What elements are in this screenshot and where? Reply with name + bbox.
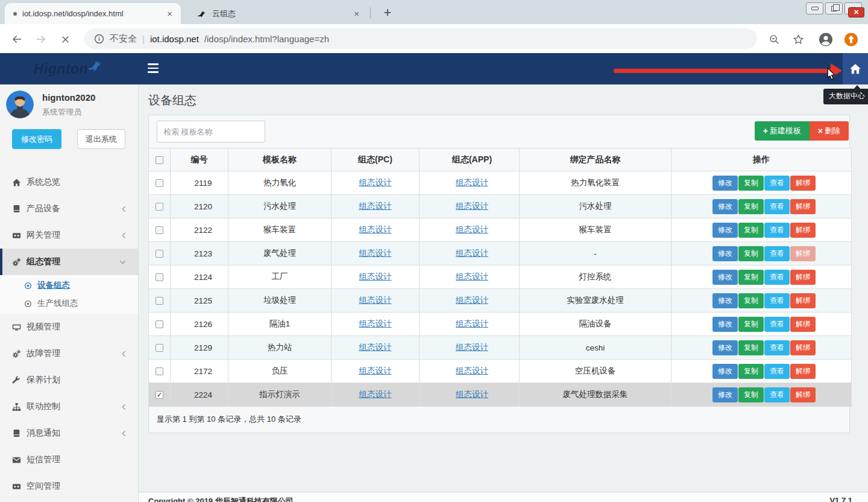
edit-action-button[interactable]: 修改 (712, 176, 738, 191)
row-checkbox[interactable] (156, 367, 163, 375)
view-action-button[interactable]: 查看 (764, 293, 790, 308)
config-design-app-link[interactable]: 组态设计 (456, 296, 488, 305)
info-icon[interactable] (94, 34, 104, 44)
row-checkbox[interactable] (156, 250, 163, 258)
unbind-action-button[interactable]: 解绑 (790, 246, 816, 261)
copy-action-button[interactable]: 复制 (738, 176, 764, 191)
restore-button[interactable] (825, 2, 843, 14)
copy-action-button[interactable]: 复制 (738, 340, 764, 355)
unbind-action-button[interactable]: 解绑 (790, 317, 816, 332)
copy-action-button[interactable]: 复制 (738, 270, 764, 285)
edit-action-button[interactable]: 修改 (712, 317, 738, 332)
back-icon[interactable] (10, 32, 24, 46)
view-action-button[interactable]: 查看 (764, 246, 790, 261)
row-checkbox[interactable] (156, 179, 163, 187)
view-action-button[interactable]: 查看 (764, 364, 790, 379)
config-design-app-link[interactable]: 组态设计 (456, 178, 488, 187)
edit-action-button[interactable]: 修改 (712, 199, 738, 214)
big-data-center-home-button[interactable] (843, 53, 868, 84)
forward-icon[interactable] (34, 32, 48, 46)
browser-tab-cloud-config[interactable]: 云组态 × (187, 3, 368, 24)
unbind-action-button[interactable]: 解绑 (790, 199, 816, 214)
unbind-action-button[interactable]: 解绑 (790, 340, 816, 355)
config-design-app-link[interactable]: 组态设计 (456, 390, 488, 399)
sidebar-item-message-notification[interactable]: 消息通知 (0, 420, 138, 446)
edit-action-button[interactable]: 修改 (712, 340, 738, 355)
copy-action-button[interactable]: 复制 (738, 293, 764, 308)
star-icon[interactable] (791, 32, 805, 46)
select-all-checkbox[interactable] (156, 156, 163, 164)
new-tab-button[interactable]: + (379, 4, 397, 22)
config-design-app-link[interactable]: 组态设计 (456, 343, 488, 352)
sidebar-item-maintenance-plan[interactable]: 保养计划 (0, 367, 138, 393)
view-action-button[interactable]: 查看 (764, 176, 790, 191)
config-design-app-link[interactable]: 组态设计 (456, 202, 488, 211)
copy-action-button[interactable]: 复制 (738, 223, 764, 238)
copy-action-button[interactable]: 复制 (738, 317, 764, 332)
unbind-action-button[interactable]: 解绑 (790, 293, 816, 308)
edit-action-button[interactable]: 修改 (712, 387, 738, 402)
row-checkbox[interactable] (156, 320, 163, 328)
row-checkbox[interactable] (156, 297, 163, 305)
view-action-button[interactable]: 查看 (764, 387, 790, 402)
view-action-button[interactable]: 查看 (764, 270, 790, 285)
delete-button[interactable]: ×删除 (810, 121, 849, 141)
tab-close-icon[interactable]: × (351, 8, 362, 19)
edit-action-button[interactable]: 修改 (712, 246, 738, 261)
sidebar-item-system-overview[interactable]: 系统总览 (0, 169, 138, 195)
config-design-app-link[interactable]: 组态设计 (456, 225, 488, 234)
new-template-button[interactable]: +新建模板 (755, 121, 810, 141)
copy-action-button[interactable]: 复制 (738, 364, 764, 379)
config-design-pc-link[interactable]: 组态设计 (359, 178, 392, 187)
unbind-action-button[interactable]: 解绑 (790, 176, 816, 191)
config-design-pc-link[interactable]: 组态设计 (359, 202, 392, 211)
unbind-action-button[interactable]: 解绑 (790, 364, 816, 379)
unbind-action-button[interactable]: 解绑 (790, 223, 816, 238)
unbind-action-button[interactable]: 解绑 (790, 270, 816, 285)
config-design-app-link[interactable]: 组态设计 (456, 272, 488, 281)
copy-action-button[interactable]: 复制 (738, 387, 764, 402)
sidebar-item-product-equipment[interactable]: 产品设备 (0, 195, 138, 222)
view-action-button[interactable]: 查看 (764, 340, 790, 355)
copy-action-button[interactable]: 复制 (738, 199, 764, 214)
edit-action-button[interactable]: 修改 (712, 223, 738, 238)
edit-action-button[interactable]: 修改 (712, 364, 738, 379)
sidebar-subitem-device-configuration[interactable]: 设备组态 (0, 276, 138, 294)
search-input[interactable] (157, 121, 265, 142)
row-checkbox[interactable] (156, 273, 163, 281)
config-design-pc-link[interactable]: 组态设计 (359, 390, 392, 399)
row-checkbox[interactable] (156, 226, 163, 234)
view-action-button[interactable]: 查看 (764, 317, 790, 332)
sidebar-item-sms-management[interactable]: 短信管理 (0, 446, 138, 473)
update-icon[interactable] (844, 32, 858, 46)
url-bar[interactable]: 不安全 | iot.idosp.net/idosp/index.html?lan… (84, 28, 757, 49)
row-checkbox[interactable]: ✓ (156, 391, 163, 399)
stop-icon[interactable] (58, 32, 72, 46)
zoom-out-icon[interactable] (767, 32, 781, 46)
config-design-pc-link[interactable]: 组态设计 (359, 319, 392, 328)
row-checkbox[interactable] (156, 344, 163, 352)
browser-tab-current[interactable]: iot.idosp.net/idosp/index.html × (5, 3, 181, 24)
hamburger-menu-icon[interactable] (148, 63, 159, 73)
sidebar-subitem-production-line-configuration[interactable]: 生产线组态 (0, 294, 138, 313)
change-password-button[interactable]: 修改密码 (12, 129, 61, 149)
sidebar-item-video-management[interactable]: 视频管理 (0, 314, 138, 340)
view-action-button[interactable]: 查看 (764, 199, 790, 214)
edit-action-button[interactable]: 修改 (712, 270, 738, 285)
edit-action-button[interactable]: 修改 (712, 293, 738, 308)
minimize-button[interactable] (806, 2, 823, 14)
copy-action-button[interactable]: 复制 (738, 246, 764, 261)
tab-close-icon[interactable]: × (165, 8, 175, 19)
view-action-button[interactable]: 查看 (764, 223, 790, 238)
config-design-pc-link[interactable]: 组态设计 (359, 343, 392, 352)
profile-icon[interactable] (819, 32, 833, 46)
unbind-action-button[interactable]: 解绑 (790, 387, 816, 402)
logout-button[interactable]: 退出系统 (77, 129, 125, 149)
config-design-app-link[interactable]: 组态设计 (456, 366, 488, 375)
config-design-app-link[interactable]: 组态设计 (456, 319, 488, 328)
config-design-pc-link[interactable]: 组态设计 (359, 296, 392, 305)
config-design-pc-link[interactable]: 组态设计 (359, 249, 392, 258)
sidebar-item-space-management[interactable]: 空间管理 (0, 473, 138, 500)
sidebar-item-configuration-management[interactable]: 组态管理 (0, 249, 138, 275)
sidebar-item-gateway-management[interactable]: 网关管理 (0, 222, 138, 249)
